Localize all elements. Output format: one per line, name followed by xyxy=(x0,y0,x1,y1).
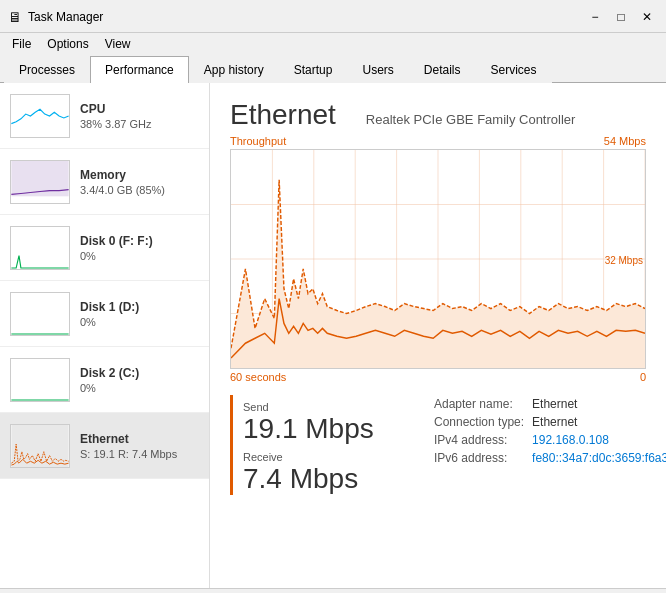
tab-services[interactable]: Services xyxy=(476,56,552,83)
disk0-stat: 0% xyxy=(80,250,199,262)
sidebar-item-disk0[interactable]: Disk 0 (F: F:) 0% xyxy=(0,215,209,281)
disk1-thumb xyxy=(10,292,70,336)
ethernet-thumb xyxy=(10,424,70,468)
content-header: Ethernet Realtek PCIe GBE Family Control… xyxy=(230,99,646,131)
content-title: Ethernet xyxy=(230,99,336,131)
tab-processes[interactable]: Processes xyxy=(4,56,90,83)
tab-details[interactable]: Details xyxy=(409,56,476,83)
cpu-thumb xyxy=(10,94,70,138)
ethernet-name: Ethernet xyxy=(80,432,199,446)
tabs: Processes Performance App history Startu… xyxy=(0,55,666,83)
connection-type-label: Connection type: xyxy=(430,413,528,431)
minimize-button[interactable]: − xyxy=(584,6,606,28)
disk1-info: Disk 1 (D:) 0% xyxy=(80,300,199,328)
menu-file[interactable]: File xyxy=(4,35,39,53)
send-receive-stats: Send 19.1 Mbps Receive 7.4 Mbps xyxy=(230,395,410,495)
max-label: 54 Mbps xyxy=(604,135,646,147)
chart-bottom-row: 60 seconds 0 xyxy=(230,371,646,383)
ethernet-info: Ethernet S: 19.1 R: 7.4 Mbps xyxy=(80,432,199,460)
cpu-name: CPU xyxy=(80,102,199,116)
throughput-label: Throughput xyxy=(230,135,286,147)
disk0-name: Disk 0 (F: F:) xyxy=(80,234,199,248)
chart-label-row: Throughput 54 Mbps xyxy=(230,135,646,147)
memory-name: Memory xyxy=(80,168,199,182)
close-button[interactable]: ✕ xyxy=(636,6,658,28)
memory-thumb xyxy=(10,160,70,204)
disk2-thumb xyxy=(10,358,70,402)
tab-users[interactable]: Users xyxy=(347,56,408,83)
ethernet-stat: S: 19.1 R: 7.4 Mbps xyxy=(80,448,199,460)
send-label: Send xyxy=(243,401,410,413)
svg-rect-5 xyxy=(11,359,68,401)
ipv6-value: fe80::34a7:d0c:3659:f6a3%14 xyxy=(528,449,666,467)
tab-startup[interactable]: Startup xyxy=(279,56,348,83)
ipv4-row: IPv4 address: 192.168.0.108 xyxy=(430,431,666,449)
receive-value: 7.4 Mbps xyxy=(243,463,410,495)
chart-section: Throughput 54 Mbps xyxy=(230,135,646,383)
cpu-stat: 38% 3.87 GHz xyxy=(80,118,199,130)
sidebar-item-cpu[interactable]: CPU 38% 3.87 GHz xyxy=(0,83,209,149)
disk0-info: Disk 0 (F: F:) 0% xyxy=(80,234,199,262)
adapter-name-row: Adapter name: Ethernet xyxy=(430,395,666,413)
memory-info: Memory 3.4/4.0 GB (85%) xyxy=(80,168,199,196)
tab-app-history[interactable]: App history xyxy=(189,56,279,83)
menu-bar: File Options View xyxy=(0,33,666,55)
stats-section: Send 19.1 Mbps Receive 7.4 Mbps Adapter … xyxy=(230,395,646,495)
disk2-info: Disk 2 (C:) 0% xyxy=(80,366,199,394)
chart-container: 32 Mbps xyxy=(230,149,646,369)
tab-performance[interactable]: Performance xyxy=(90,56,189,83)
ipv4-label: IPv4 address: xyxy=(430,431,528,449)
adapter-name-label: Adapter name: xyxy=(430,395,528,413)
sidebar-item-memory[interactable]: Memory 3.4/4.0 GB (85%) xyxy=(0,149,209,215)
maximize-button[interactable]: □ xyxy=(610,6,632,28)
disk2-stat: 0% xyxy=(80,382,199,394)
footer: ⇧ Fewer details | ! Open Resource Monito… xyxy=(0,588,666,593)
sidebar: CPU 38% 3.87 GHz Memory 3.4/4.0 GB (85%) xyxy=(0,83,210,588)
content-area: Ethernet Realtek PCIe GBE Family Control… xyxy=(210,83,666,588)
menu-view[interactable]: View xyxy=(97,35,139,53)
disk0-thumb xyxy=(10,226,70,270)
send-value: 19.1 Mbps xyxy=(243,413,410,445)
disk1-name: Disk 1 (D:) xyxy=(80,300,199,314)
disk2-name: Disk 2 (C:) xyxy=(80,366,199,380)
window-title: Task Manager xyxy=(28,10,584,24)
ipv6-row: IPv6 address: fe80::34a7:d0c:3659:f6a3%1… xyxy=(430,449,666,467)
sidebar-item-disk1[interactable]: Disk 1 (D:) 0% xyxy=(0,281,209,347)
title-bar: 🖥 Task Manager − □ ✕ xyxy=(0,0,666,33)
info-table: Adapter name: Ethernet Connection type: … xyxy=(430,395,666,467)
connection-type-value: Ethernet xyxy=(528,413,666,431)
time-label: 60 seconds xyxy=(230,371,286,383)
svg-rect-4 xyxy=(11,293,68,335)
sidebar-item-ethernet[interactable]: Ethernet S: 19.1 R: 7.4 Mbps xyxy=(0,413,209,479)
memory-stat: 3.4/4.0 GB (85%) xyxy=(80,184,199,196)
main-area: CPU 38% 3.87 GHz Memory 3.4/4.0 GB (85%) xyxy=(0,83,666,588)
ipv6-label: IPv6 address: xyxy=(430,449,528,467)
connection-type-row: Connection type: Ethernet xyxy=(430,413,666,431)
adapter-name-value: Ethernet xyxy=(528,395,666,413)
ipv4-value: 192.168.0.108 xyxy=(528,431,666,449)
receive-label: Receive xyxy=(243,451,410,463)
disk1-stat: 0% xyxy=(80,316,199,328)
cpu-info: CPU 38% 3.87 GHz xyxy=(80,102,199,130)
content-subtitle: Realtek PCIe GBE Family Controller xyxy=(366,112,576,127)
sidebar-item-disk2[interactable]: Disk 2 (C:) 0% xyxy=(0,347,209,413)
window-controls: − □ ✕ xyxy=(584,6,658,28)
adapter-info: Adapter name: Ethernet Connection type: … xyxy=(410,395,666,495)
mid-label: 32 Mbps xyxy=(605,255,643,266)
menu-options[interactable]: Options xyxy=(39,35,96,53)
app-icon: 🖥 xyxy=(8,9,22,25)
zero-label: 0 xyxy=(640,371,646,383)
svg-rect-6 xyxy=(11,425,68,467)
